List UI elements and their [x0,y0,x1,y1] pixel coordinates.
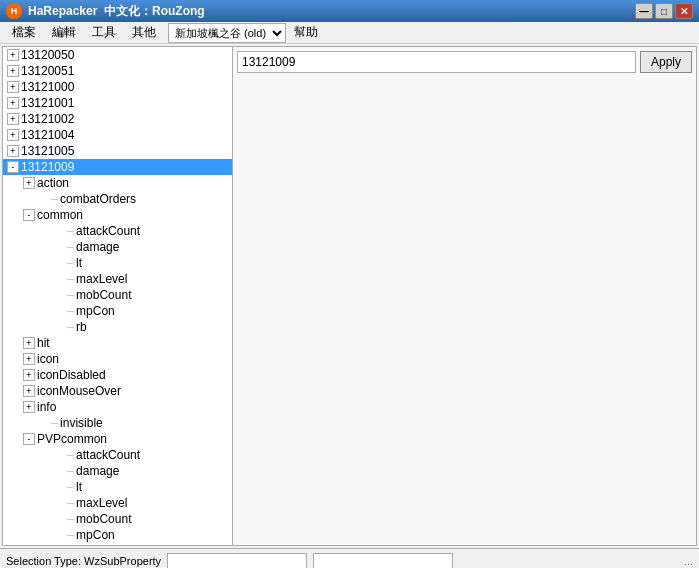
tree-node-label: common [37,208,83,222]
tree-expander[interactable]: + [7,81,19,93]
tree-node[interactable]: +13121000 [3,79,232,95]
menu-edit[interactable]: 編輯 [44,22,84,43]
tree-node-label: combatOrders [60,192,136,206]
tree-expander[interactable]: + [23,401,35,413]
tree-node[interactable]: ─combatOrders [3,191,232,207]
tree-node[interactable]: -common [3,207,232,223]
tree-node[interactable]: ─attackCount [3,223,232,239]
tree-node-label: PVPcommon [37,432,107,446]
menu-other[interactable]: 其他 [124,22,164,43]
tree-node[interactable]: ─rb [3,543,232,545]
tree-node[interactable]: +13121005 [3,143,232,159]
tree-connector: ─ [51,418,58,429]
tree-node-label: damage [76,464,119,478]
tree-node[interactable]: ─mobCount [3,287,232,303]
tree-node-label: mobCount [76,288,131,302]
tree-node-label: action [37,176,69,190]
tree-connector: ─ [67,274,74,285]
tree-node[interactable]: ─rb [3,319,232,335]
tree-pane[interactable]: +13120050+13120051+13121000+13121001+131… [3,47,233,545]
tree-node[interactable]: +hit [3,335,232,351]
tree-node[interactable]: +13120051 [3,63,232,79]
window-controls: — □ ✕ [635,3,693,19]
tree-node-label: info [37,400,56,414]
tree-node[interactable]: ─invisible [3,415,232,431]
tree-node-label: rb [76,544,87,545]
tree-expander[interactable]: + [7,49,19,61]
tree-node-label: 13120051 [21,64,74,78]
main-content: +13120050+13120051+13121000+13121001+131… [2,46,697,546]
tree-node[interactable]: +13121002 [3,111,232,127]
menu-tools[interactable]: 工具 [84,22,124,43]
value-area: Apply [237,51,692,73]
tree-node[interactable]: ─lt [3,255,232,271]
tree-connector: ─ [51,194,58,205]
tree-node-label: 13121001 [21,96,74,110]
maximize-button[interactable]: □ [655,3,673,19]
tree-node-label: 13121005 [21,144,74,158]
tree-connector: ─ [67,290,74,301]
tree-node-label: 13120050 [21,48,74,62]
map-dropdown-container[interactable]: 新加坡楓之谷 (old) [168,23,286,43]
status-input-2[interactable] [313,553,453,569]
tree-node-label: lt [76,256,82,270]
tree-node-label: attackCount [76,224,140,238]
tree-expander[interactable]: + [23,337,35,349]
value-input[interactable] [237,51,636,73]
tree-node[interactable]: +iconDisabled [3,367,232,383]
tree-node[interactable]: +icon [3,351,232,367]
tree-node-label: iconDisabled [37,368,106,382]
tree-node[interactable]: ─maxLevel [3,271,232,287]
status-label: Selection Type: WzSubProperty [6,555,161,567]
status-input-1[interactable] [167,553,307,569]
tree-expander[interactable]: + [7,145,19,157]
tree-node[interactable]: +info [3,399,232,415]
tree-node[interactable]: +action [3,175,232,191]
tree-expander[interactable]: + [23,369,35,381]
tree-node[interactable]: ─mpCon [3,303,232,319]
minimize-button[interactable]: — [635,3,653,19]
tree-expander[interactable]: - [23,209,35,221]
tree-expander[interactable]: + [7,65,19,77]
tree-expander[interactable]: + [23,353,35,365]
tree-node-label: damage [76,240,119,254]
tree-expander[interactable]: + [7,97,19,109]
tree-node[interactable]: ─mpCon [3,527,232,543]
tree-node[interactable]: -PVPcommon [3,431,232,447]
menu-file[interactable]: 檔案 [4,22,44,43]
tree-expander[interactable]: + [23,177,35,189]
title-bar: H HaRepacker 中文化：RouZong — □ ✕ [0,0,699,22]
tree-connector: ─ [67,514,74,525]
tree-expander[interactable]: + [7,129,19,141]
tree-node[interactable]: ─lt [3,479,232,495]
tree-expander[interactable]: - [7,161,19,173]
tree-expander[interactable]: + [7,113,19,125]
apply-button[interactable]: Apply [640,51,692,73]
tree-connector: ─ [67,226,74,237]
status-bar: Selection Type: WzSubProperty ... [0,548,699,568]
tree-node-label: iconMouseOver [37,384,121,398]
tree-connector: ─ [67,450,74,461]
close-button[interactable]: ✕ [675,3,693,19]
tree-node-label: lt [76,480,82,494]
menu-help[interactable]: 幫助 [286,22,326,43]
tree-node-label: rb [76,320,87,334]
tree-connector: ─ [67,482,74,493]
map-select[interactable]: 新加坡楓之谷 (old) [168,23,286,43]
tree-node[interactable]: +13120050 [3,47,232,63]
tree-connector: ─ [67,530,74,541]
tree-node[interactable]: ─damage [3,463,232,479]
tree-expander[interactable]: + [23,385,35,397]
status-dots: ... [684,555,693,567]
tree-node[interactable]: ─damage [3,239,232,255]
tree-expander[interactable]: - [23,433,35,445]
tree-node[interactable]: +13121004 [3,127,232,143]
tree-node[interactable]: ─maxLevel [3,495,232,511]
tree-connector: ─ [67,498,74,509]
tree-node[interactable]: -13121009 [3,159,232,175]
tree-node[interactable]: ─attackCount [3,447,232,463]
tree-node[interactable]: +iconMouseOver [3,383,232,399]
tree-node[interactable]: ─mobCount [3,511,232,527]
app-icon: H [6,3,22,19]
tree-node[interactable]: +13121001 [3,95,232,111]
